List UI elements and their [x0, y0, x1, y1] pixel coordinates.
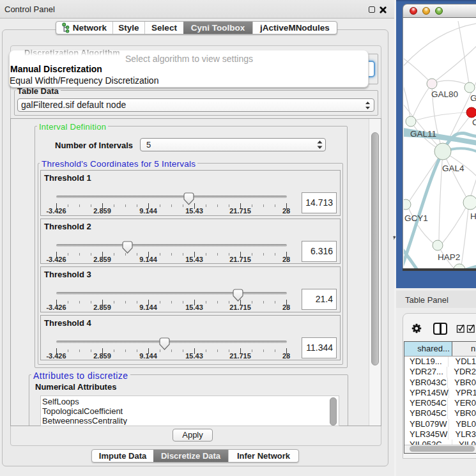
svg-text:GAL4: GAL4	[442, 164, 464, 173]
svg-text:H: H	[470, 211, 476, 221]
svg-text:C...: C...	[472, 118, 476, 127]
svg-text:G...: G...	[470, 93, 476, 103]
svg-text:GAL80: GAL80	[431, 89, 458, 99]
svg-text:HAP2: HAP2	[438, 252, 460, 262]
svg-text:GAL11: GAL11	[410, 129, 436, 139]
svg-text:GCY1: GCY1	[404, 213, 428, 223]
